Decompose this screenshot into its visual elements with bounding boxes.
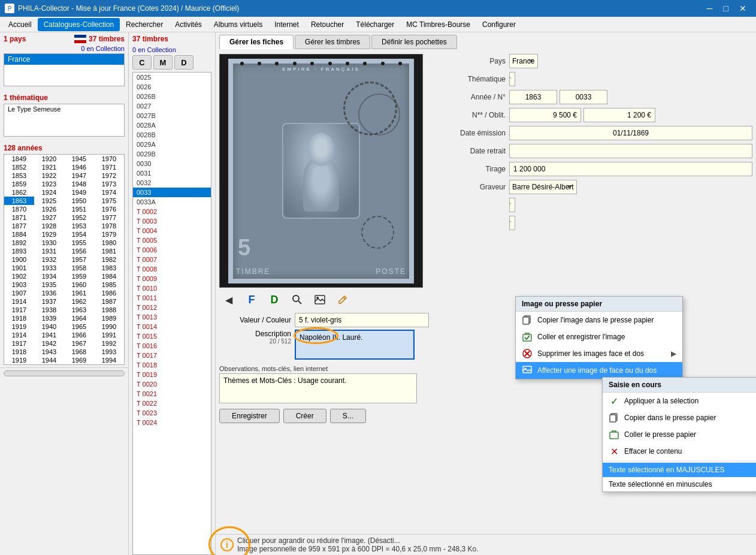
stamp-t0004[interactable]: T 0004 (133, 226, 211, 236)
year-1968[interactable]: 1968 (64, 348, 94, 356)
year-1957[interactable]: 1957 (64, 255, 94, 264)
year-1931[interactable]: 1931 (34, 247, 64, 255)
year-1961[interactable]: 1961 (64, 289, 94, 297)
stamp-t0024[interactable]: T 0024 (133, 418, 211, 427)
year-1962[interactable]: 1962 (64, 297, 94, 306)
delete-images-item[interactable]: Supprimer les images face et dos ▶ (516, 345, 682, 362)
year-1917b[interactable]: 1917 (4, 339, 34, 348)
year-1853[interactable]: 1853 (4, 171, 34, 180)
stamp-0033[interactable]: 0033 (133, 188, 211, 197)
year-1941[interactable]: 1941 (34, 331, 64, 339)
year-1943[interactable]: 1943 (34, 348, 64, 356)
stamp-t0020[interactable]: T 0020 (133, 379, 211, 389)
observations-textarea[interactable]: Thèmes et Mots-Clés : Usage courant. (219, 373, 417, 403)
year-1949[interactable]: 1949 (64, 188, 94, 197)
year-1939[interactable]: 1939 (34, 314, 64, 322)
face-button[interactable]: F (242, 291, 261, 308)
stamp-t0009[interactable]: T 0009 (133, 274, 211, 283)
year-1973[interactable]: 1973 (94, 180, 124, 188)
stamp-t0008[interactable]: T 0008 (133, 264, 211, 274)
status-info-icon[interactable]: i (220, 538, 234, 551)
oblit-input[interactable] (583, 108, 655, 122)
stamp-0033a[interactable]: 0033A (133, 197, 211, 207)
stamp-0025[interactable]: 0025 (133, 73, 211, 82)
year-1901[interactable]: 1901 (4, 264, 34, 272)
menu-internet[interactable]: Internet (268, 18, 305, 31)
maximize-button[interactable]: □ (719, 2, 733, 14)
prev-button[interactable]: ◀ (219, 291, 238, 308)
stamp-0029a[interactable]: 0029A (133, 140, 211, 149)
year-1976[interactable]: 1976 (94, 205, 124, 213)
year-1942[interactable]: 1942 (34, 339, 64, 348)
stamp-t0014[interactable]: T 0014 (133, 322, 211, 331)
year-1959[interactable]: 1959 (64, 272, 94, 280)
year-1917[interactable]: 1917 (4, 306, 34, 314)
country-france[interactable]: France (4, 54, 124, 65)
stamp-0030[interactable]: 0030 (133, 159, 211, 168)
stamp-t0017[interactable]: T 0017 (133, 351, 211, 360)
cmd-m-button[interactable]: M (153, 55, 173, 70)
year-1950[interactable]: 1950 (64, 197, 94, 205)
scroll-bar[interactable] (4, 370, 125, 376)
close-button[interactable]: ✕ (734, 2, 751, 14)
description-textarea[interactable]: Napoléon III. Lauré. (295, 330, 415, 360)
year-1964[interactable]: 1964 (64, 314, 94, 322)
graveur-select[interactable]: Barre Désiré-Albert (509, 180, 577, 194)
valeur-input[interactable] (295, 313, 429, 327)
tab-timbres[interactable]: Gérer les timbres (295, 35, 370, 49)
annee-input[interactable] (509, 90, 557, 104)
menu-catalogues[interactable]: Catalogues-Collection (38, 18, 120, 31)
year-1933[interactable]: 1933 (34, 264, 64, 272)
tirage-input[interactable] (509, 162, 752, 176)
annees-grid[interactable]: 1849 1920 1945 1970 1852 1921 1946 1971 … (4, 154, 125, 365)
year-1992[interactable]: 1992 (94, 339, 124, 348)
thematique-select[interactable] (509, 72, 515, 86)
year-1946[interactable]: 1946 (64, 163, 94, 171)
year-1928[interactable]: 1928 (34, 222, 64, 230)
image-button[interactable] (310, 291, 329, 308)
year-1986[interactable]: 1986 (94, 289, 124, 297)
stamp-t0002[interactable]: T 0002 (133, 207, 211, 216)
stamp-0031[interactable]: 0031 (133, 168, 211, 178)
year-1979[interactable]: 1979 (94, 230, 124, 239)
year-1907[interactable]: 1907 (4, 289, 34, 297)
stamp-t0019[interactable]: T 0019 (133, 370, 211, 379)
year-1926[interactable]: 1926 (34, 205, 64, 213)
copy-clipboard-item[interactable]: Copier dans le presse papier (603, 409, 756, 426)
year-1989[interactable]: 1989 (94, 314, 124, 322)
year-1981[interactable]: 1981 (94, 247, 124, 255)
menu-rechercher[interactable]: Rechercher (120, 18, 169, 31)
year-1919b[interactable]: 1919 (4, 356, 34, 364)
year-1859[interactable]: 1859 (4, 180, 34, 188)
menu-accueil[interactable]: Accueil (2, 18, 38, 31)
year-1914[interactable]: 1914 (4, 297, 34, 306)
year-1965[interactable]: 1965 (64, 322, 94, 331)
year-1984[interactable]: 1984 (94, 272, 124, 280)
year-1892[interactable]: 1892 (4, 239, 34, 247)
assign-image-item[interactable]: Affecter une image de face ou du dos (516, 362, 682, 379)
country-list[interactable]: France (4, 53, 125, 86)
year-1938[interactable]: 1938 (34, 306, 64, 314)
cmd-c-button[interactable]: C (132, 55, 152, 70)
year-1960[interactable]: 1960 (64, 280, 94, 289)
year-1918b[interactable]: 1918 (4, 348, 34, 356)
field8-select[interactable] (509, 198, 515, 212)
year-1947[interactable]: 1947 (64, 171, 94, 180)
year-1993[interactable]: 1993 (94, 348, 124, 356)
field9-select[interactable] (509, 216, 515, 230)
stamp-image-box[interactable]: EMPIRE · FRANÇAIS 5 (219, 54, 423, 288)
year-1918[interactable]: 1918 (4, 314, 34, 322)
uppercase-item[interactable]: Texte sélectionné en MAJUSCULES (603, 463, 756, 477)
zoom-button[interactable] (288, 291, 307, 308)
stamp-t0022[interactable]: T 0022 (133, 399, 211, 408)
year-1935[interactable]: 1935 (34, 280, 64, 289)
year-1951[interactable]: 1951 (64, 205, 94, 213)
stamp-0026[interactable]: 0026 (133, 82, 211, 92)
stamp-t0005[interactable]: T 0005 (133, 236, 211, 245)
year-1972[interactable]: 1972 (94, 171, 124, 180)
edit-button[interactable] (333, 291, 352, 308)
stamp-0028b[interactable]: 0028B (133, 130, 211, 140)
menu-albums[interactable]: Albums virtuels (208, 18, 268, 31)
year-1927[interactable]: 1927 (34, 213, 64, 222)
menu-telecharger[interactable]: Télécharger (350, 18, 400, 31)
